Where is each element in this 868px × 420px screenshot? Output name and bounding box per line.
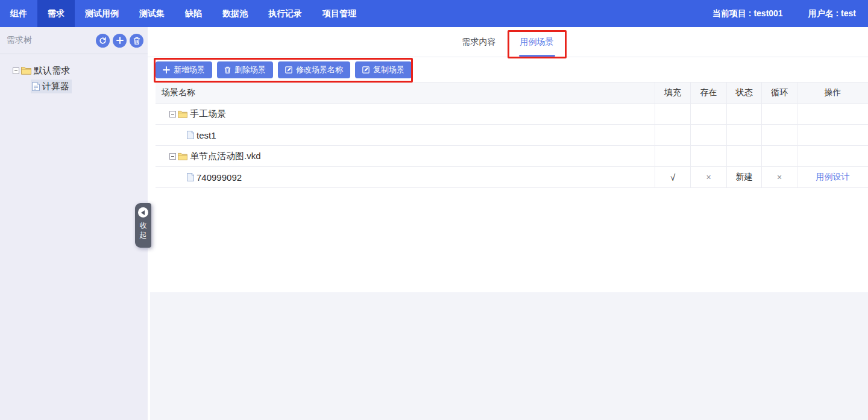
main-content: 需求内容 用例场景 新增场景 bbox=[148, 27, 868, 420]
folder-icon bbox=[178, 110, 187, 118]
nav-item-defects[interactable]: 缺陷 bbox=[175, 0, 212, 27]
status-cell bbox=[726, 104, 761, 124]
delete-requirement-button[interactable] bbox=[130, 34, 143, 48]
sidebar-actions bbox=[96, 34, 143, 48]
rename-scene-button[interactable]: 修改场景名称 bbox=[278, 61, 350, 78]
folder-icon bbox=[178, 152, 187, 160]
loop-cell bbox=[761, 104, 797, 124]
table-header-row: 场景名称 填充 存在 状态 循环 操作 bbox=[156, 83, 868, 104]
sidebar-header: 需求树 bbox=[0, 27, 148, 54]
column-header-exist: 存在 bbox=[690, 83, 726, 103]
nav-item-project-management[interactable]: 项目管理 bbox=[312, 0, 366, 27]
nav-item-testcases[interactable]: 测试用例 bbox=[75, 0, 129, 27]
collapse-toggle-icon[interactable] bbox=[13, 67, 19, 74]
fill-cell bbox=[655, 104, 690, 124]
status-cell bbox=[726, 125, 761, 145]
main-menu: 组件 需求 测试用例 测试集 缺陷 数据池 执行记录 项目管理 bbox=[0, 0, 366, 27]
exist-cell bbox=[690, 146, 726, 166]
nav-right: 当前项目 : test001 用户名 : test bbox=[712, 0, 868, 27]
tree-item-label: 默认需求 bbox=[34, 65, 70, 77]
status-cell bbox=[726, 146, 761, 166]
tab-use-case-scene[interactable]: 用例场景 bbox=[508, 27, 566, 57]
table-row[interactable]: test1 bbox=[156, 125, 868, 146]
collapse-label: 收 bbox=[140, 221, 147, 230]
button-label: 修改场景名称 bbox=[296, 64, 343, 75]
empty-detail-panel bbox=[150, 292, 868, 420]
tree-item-calculator[interactable]: 计算器 bbox=[0, 78, 148, 94]
button-label: 复制场景 bbox=[373, 64, 404, 75]
nav-item-execution-records[interactable]: 执行记录 bbox=[258, 0, 312, 27]
trash-icon bbox=[224, 66, 231, 74]
active-tab-indicator bbox=[519, 55, 555, 57]
scene-name: 手工场景 bbox=[190, 108, 226, 120]
file-icon bbox=[187, 131, 194, 139]
plus-icon bbox=[116, 37, 124, 44]
column-header-fill: 填充 bbox=[655, 83, 690, 103]
column-header-loop: 循环 bbox=[761, 83, 797, 103]
tab-requirement-content[interactable]: 需求内容 bbox=[450, 27, 508, 57]
loop-cell: × bbox=[761, 167, 797, 187]
tree-item-label: 计算器 bbox=[42, 81, 69, 92]
column-header-status: 状态 bbox=[726, 83, 761, 103]
folder-icon bbox=[21, 66, 31, 75]
status-cell: 新建 bbox=[726, 167, 761, 187]
requirement-tree: 默认需求 计算器 bbox=[0, 54, 148, 94]
app-root: 组件 需求 测试用例 测试集 缺陷 数据池 执行记录 项目管理 当前项目 : t… bbox=[0, 0, 868, 420]
table-row[interactable]: 740999092 √ × 新建 × 用例设计 bbox=[156, 167, 868, 188]
fill-cell bbox=[655, 146, 690, 166]
add-scene-button[interactable]: 新增场景 bbox=[156, 61, 212, 78]
file-icon bbox=[187, 173, 194, 181]
fill-cell bbox=[655, 125, 690, 145]
detail-tabs: 需求内容 用例场景 bbox=[148, 27, 868, 57]
scene-name: 单节点活动图.vkd bbox=[190, 151, 261, 162]
exist-cell: × bbox=[690, 167, 726, 187]
collapse-label: 起 bbox=[140, 230, 147, 240]
action-cell bbox=[797, 104, 868, 124]
requirement-tree-sidebar: 需求树 bbox=[0, 27, 148, 420]
loop-cell bbox=[761, 146, 797, 166]
top-nav: 组件 需求 测试用例 测试集 缺陷 数据池 执行记录 项目管理 当前项目 : t… bbox=[0, 0, 868, 27]
tree-item-default-requirement[interactable]: 默认需求 bbox=[0, 63, 148, 78]
nav-item-requirements[interactable]: 需求 bbox=[37, 0, 75, 27]
tab-label: 用例场景 bbox=[520, 37, 554, 46]
tree-selection: 计算器 bbox=[31, 80, 72, 93]
nav-item-components[interactable]: 组件 bbox=[0, 0, 37, 27]
nav-item-datapool[interactable]: 数据池 bbox=[212, 0, 258, 27]
exist-cell bbox=[690, 104, 726, 124]
collapse-toggle-icon[interactable] bbox=[169, 153, 176, 160]
scene-table: 场景名称 填充 存在 状态 循环 操作 手工场景 bbox=[156, 82, 868, 188]
collapse-toggle-icon[interactable] bbox=[169, 111, 176, 118]
refresh-icon bbox=[99, 37, 107, 45]
table-row[interactable]: 单节点活动图.vkd bbox=[156, 146, 868, 167]
edit-icon bbox=[285, 66, 292, 74]
column-header-scene-name: 场景名称 bbox=[156, 83, 655, 103]
button-label: 新增场景 bbox=[174, 64, 205, 75]
copy-scene-button[interactable]: 复制场景 bbox=[355, 61, 412, 78]
scene-toolbar: 新增场景 删除场景 bbox=[156, 61, 412, 78]
document-icon bbox=[32, 82, 40, 91]
fill-cell: √ bbox=[655, 167, 690, 187]
action-cell bbox=[797, 146, 868, 166]
action-cell bbox=[797, 125, 868, 145]
column-header-action: 操作 bbox=[797, 83, 868, 103]
username-label: 用户名 : test bbox=[808, 8, 856, 19]
sidebar-title: 需求树 bbox=[7, 35, 32, 46]
delete-scene-button[interactable]: 删除场景 bbox=[217, 61, 273, 78]
scene-name: test1 bbox=[197, 130, 216, 140]
loop-cell bbox=[761, 125, 797, 145]
current-project-label: 当前项目 : test001 bbox=[712, 8, 783, 19]
scene-name: 740999092 bbox=[197, 172, 242, 183]
copy-icon bbox=[362, 66, 370, 74]
nav-item-testsets[interactable]: 测试集 bbox=[129, 0, 175, 27]
sidebar-collapse-handle[interactable]: 收 起 bbox=[135, 203, 151, 248]
trash-icon bbox=[133, 37, 140, 45]
use-case-design-link[interactable]: 用例设计 bbox=[816, 172, 850, 183]
table-row[interactable]: 手工场景 bbox=[156, 104, 868, 125]
button-label: 删除场景 bbox=[234, 64, 266, 75]
add-requirement-button[interactable] bbox=[113, 34, 127, 48]
refresh-tree-button[interactable] bbox=[96, 34, 110, 48]
collapse-arrow-icon bbox=[138, 207, 148, 218]
plus-icon bbox=[163, 66, 170, 74]
exist-cell bbox=[690, 125, 726, 145]
